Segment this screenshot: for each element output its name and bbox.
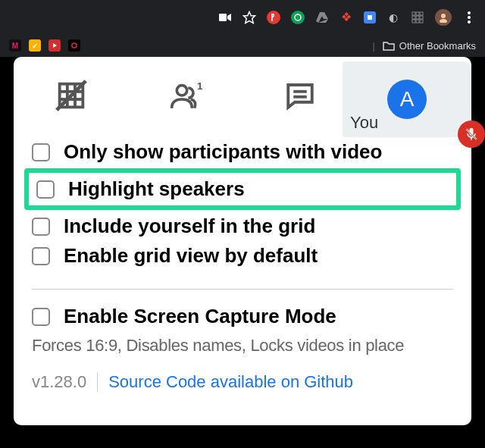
bookmark-icon-m[interactable]: M (9, 39, 21, 52)
star-icon[interactable] (242, 11, 256, 24)
svg-rect-7 (412, 16, 415, 19)
option-label: Highlight speakers (68, 177, 245, 201)
panel-footer: v1.28.0 Source Code available on Github (14, 356, 471, 392)
footer-divider (97, 372, 98, 392)
source-code-link[interactable]: Source Code available on Github (108, 372, 353, 392)
svg-point-19 (72, 43, 77, 48)
svg-point-16 (468, 16, 471, 19)
svg-point-14 (440, 19, 447, 23)
ext-icon-bulb[interactable]: ◐ (386, 11, 400, 24)
version-label: v1.28.0 (32, 372, 86, 392)
option-screen-capture[interactable]: Enable Screen Capture Mode (32, 302, 453, 331)
svg-rect-4 (412, 12, 415, 15)
bookmarks-bar: M ✓ | Other Bookmarks (0, 34, 485, 57)
extensions-toolbar: ❖ ◐ (0, 0, 485, 34)
option-only-video[interactable]: Only show participants with video (32, 137, 453, 167)
screen-capture-description: Forces 16:9, Disables names, Locks video… (14, 331, 471, 356)
option-label: Only show participants with video (64, 140, 382, 164)
svg-rect-11 (416, 20, 419, 23)
svg-marker-1 (244, 11, 255, 23)
bookmark-icon-play[interactable] (48, 39, 61, 52)
mic-muted-icon[interactable] (458, 121, 485, 148)
checkbox[interactable] (36, 180, 55, 199)
svg-point-15 (468, 11, 471, 14)
tab-chat[interactable] (242, 61, 357, 130)
svg-rect-6 (420, 12, 423, 15)
svg-rect-12 (420, 20, 423, 23)
svg-point-17 (468, 20, 471, 23)
svg-rect-5 (416, 12, 419, 15)
other-bookmarks-label: Other Bookmarks (399, 40, 476, 52)
bookmark-icon-orange[interactable]: ✓ (29, 39, 41, 52)
other-bookmarks-button[interactable]: | Other Bookmarks (372, 40, 476, 52)
checkbox[interactable] (32, 308, 50, 326)
ext-icon-diamond[interactable]: ❖ (340, 11, 353, 24)
option-label: Include yourself in the grid (64, 215, 315, 238)
tab-grid-off[interactable] (14, 61, 128, 130)
highlighted-option: Highlight speakers (24, 168, 461, 210)
svg-rect-3 (368, 15, 372, 20)
ext-icon-green[interactable] (291, 11, 305, 24)
avatar-letter: A (400, 87, 415, 111)
camera-icon[interactable] (218, 11, 232, 24)
apps-grid-icon[interactable] (411, 11, 424, 24)
drive-icon[interactable] (315, 11, 329, 24)
svg-point-13 (441, 14, 446, 18)
settings-panel: 1 A You (14, 57, 471, 425)
ext-icon-blue[interactable] (364, 11, 376, 23)
option-include-yourself[interactable]: Include yourself in the grid (32, 211, 453, 241)
self-video-tile[interactable]: A You (343, 61, 471, 137)
options-list: Only show participants with video Highli… (14, 130, 471, 331)
meet-content: 1 A You (0, 57, 485, 448)
svg-marker-18 (53, 43, 57, 48)
checkbox[interactable] (32, 143, 50, 161)
profile-avatar-icon[interactable] (435, 9, 452, 26)
svg-rect-9 (420, 16, 423, 19)
option-label: Enable Screen Capture Mode (64, 305, 336, 328)
option-label: Enable grid view by default (64, 244, 318, 268)
browser-chrome: ❖ ◐ M ✓ | Other Bookmarks (0, 0, 485, 57)
browser-menu-icon[interactable] (462, 11, 476, 24)
svg-point-2 (295, 14, 301, 20)
option-enable-default[interactable]: Enable grid view by default (32, 241, 453, 271)
svg-rect-10 (412, 20, 415, 23)
bookmark-icon-dark[interactable] (68, 39, 80, 52)
ext-icon-red[interactable] (267, 11, 280, 24)
self-avatar: A (387, 80, 427, 119)
svg-point-26 (177, 86, 186, 96)
option-highlight-speakers[interactable]: Highlight speakers (36, 177, 449, 201)
divider (32, 289, 453, 290)
svg-rect-8 (416, 16, 419, 19)
svg-rect-0 (219, 14, 227, 21)
checkbox[interactable] (32, 218, 50, 236)
svg-text:1: 1 (197, 80, 203, 92)
self-label: You (350, 113, 378, 133)
tab-people[interactable]: 1 (128, 61, 242, 130)
checkbox[interactable] (32, 247, 50, 265)
